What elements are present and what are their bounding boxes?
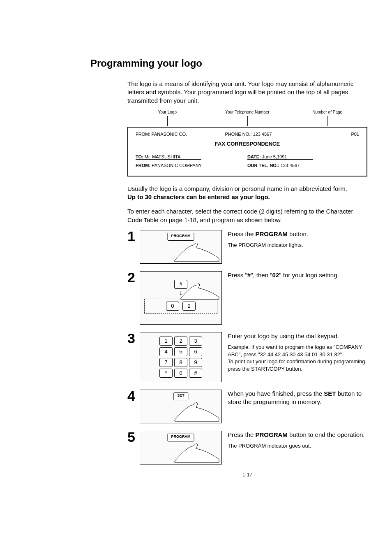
pointer-line <box>167 116 168 126</box>
page-number: 1-17 <box>127 472 367 478</box>
keypad-key: 2 <box>174 337 187 346</box>
step-4: 4 SET When you have finished, press the … <box>127 390 367 423</box>
fax-date-value: June 5,1991 <box>262 154 287 159</box>
step-1: 1 PROGRAM Press the PROGRAM button. The … <box>127 230 367 264</box>
step-4-text: When you have finished, press the SET bu… <box>228 390 367 406</box>
fax-tel-value: 123-4567 <box>281 163 300 168</box>
step-number: 2 <box>127 270 138 284</box>
label-your-phone: Your Telephone Number <box>208 110 288 114</box>
step-1-text: Press the PROGRAM button. <box>228 230 308 237</box>
intro-paragraph: The logo is a means of identifying your … <box>127 80 367 105</box>
enter-char-paragraph: To enter each character, select the corr… <box>127 207 367 224</box>
pointer-line <box>327 116 327 126</box>
page-title: Programming your logo <box>90 58 367 69</box>
step-2-text: Press "#", then "02" for your logo setti… <box>228 271 367 279</box>
step-5-text: Press the PROGRAM button to end the oper… <box>228 431 365 438</box>
step-2-figure: # ↓ 0 2 <box>140 271 222 325</box>
fax-sample-diagram: Your Logo Your Telephone Number Number o… <box>127 110 367 176</box>
step-number: 4 <box>127 389 138 403</box>
keypad-key: 9 <box>189 358 202 367</box>
fax-to-value: Mr. MATSUSHITA <box>145 154 181 159</box>
step-4-figure: SET <box>140 390 222 423</box>
fax-from-top: FROM: PANASONIC CO. <box>136 132 225 137</box>
keypad-key: 3 <box>189 337 202 346</box>
fax-phone-top: PHONE NO.: 123 4567 <box>225 132 330 137</box>
fax-from-value: PANASONIC COMPANY <box>152 163 202 168</box>
fax-box: FROM: PANASONIC CO. PHONE NO.: 123 4567 … <box>127 127 367 176</box>
hand-icon <box>171 397 220 422</box>
zero-key-icon: 0 <box>166 302 179 311</box>
step-3-figure: 123 456 789 *0# <box>140 332 222 382</box>
step-3-line1: Enter your logo by using the dial keypad… <box>228 332 367 340</box>
pointer-line <box>247 116 248 126</box>
keypad-key: 5 <box>174 347 187 356</box>
step-number: 1 <box>127 229 138 243</box>
keypad-key: 4 <box>159 347 173 356</box>
keypad-key: 0 <box>174 369 187 378</box>
fax-date-label: DATE: <box>247 154 261 159</box>
usually-paragraph: Usually the logo is a company, division … <box>127 185 367 202</box>
keypad-key: 6 <box>189 347 202 356</box>
step-1-subtext: The PROGRAM indicator lights. <box>228 242 367 249</box>
step-5-subtext: The PROGRAM indicator goes out. <box>228 442 367 450</box>
label-num-page: Number of Page <box>287 110 367 114</box>
two-key-icon: 2 <box>182 302 196 311</box>
fax-from-label: FROM: <box>136 163 150 168</box>
hand-icon <box>171 238 220 262</box>
step-3-note: To print out your logo for confirmation … <box>228 358 367 372</box>
step-3-example: Example: If you want to program the logo… <box>228 344 367 358</box>
hand-icon <box>179 280 220 300</box>
step-number: 5 <box>127 430 138 444</box>
dial-keypad-icon: 123 456 789 *0# <box>140 332 221 382</box>
step-3: 3 123 456 789 *0# Enter your logo by usi… <box>127 332 367 382</box>
hand-icon <box>171 439 220 463</box>
keypad-key: 1 <box>159 337 173 346</box>
keypad-key: * <box>159 369 173 378</box>
fax-correspondence-title: FAX CORRESPONDENCE <box>136 141 359 147</box>
label-your-logo: Your Logo <box>127 110 208 114</box>
step-5: 5 PROGRAM Press the PROGRAM button to en… <box>127 431 367 464</box>
keypad-key: 8 <box>174 358 187 367</box>
keypad-key: # <box>189 369 202 378</box>
step-number: 3 <box>127 331 138 345</box>
step-2: 2 # ↓ 0 2 Press "#", then "02" for your … <box>127 271 367 325</box>
key-sequence-box: 0 2 <box>144 299 217 313</box>
step-1-figure: PROGRAM <box>140 230 222 264</box>
keypad-key: 7 <box>159 358 173 367</box>
step-5-figure: PROGRAM <box>140 431 222 464</box>
fax-page-top: P01 <box>329 132 359 137</box>
fax-tel-label: OUR TEL. NO.: <box>247 163 279 168</box>
fax-to-label: TO: <box>136 154 143 159</box>
